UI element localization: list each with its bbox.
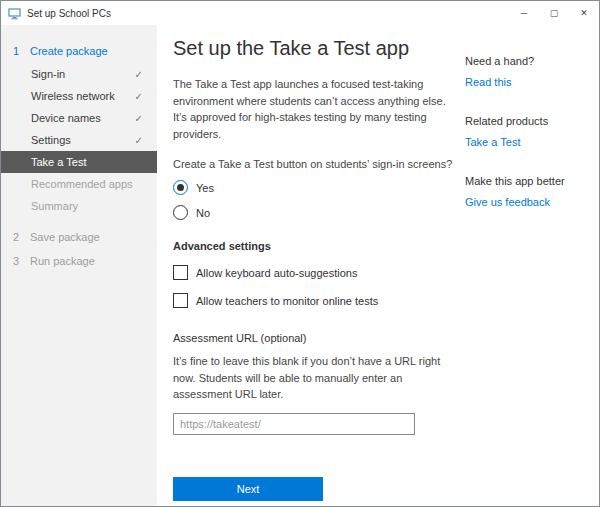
app-description: The Take a Test app launches a focused t… <box>173 76 455 142</box>
step-label: Create package <box>30 45 108 57</box>
sidebar-item-take-a-test[interactable]: Take a Test <box>1 151 157 173</box>
next-button[interactable]: Next <box>173 477 323 501</box>
checkbox-monitor-online-tests[interactable]: Allow teachers to monitor online tests <box>173 293 465 308</box>
step-number: 1 <box>13 45 30 57</box>
signin-question: Create a Take a Test button on students’… <box>173 158 465 170</box>
related-products-group: Related products Take a Test <box>465 115 591 148</box>
main-content: Set up the Take a Test app The Take a Te… <box>157 25 465 506</box>
sidebar-item-device-names[interactable]: Device names ✓ <box>1 107 157 129</box>
feedback-group: Make this app better Give us feedback <box>465 175 591 208</box>
sidebar-item-label: Wireless network <box>31 90 115 102</box>
need-hand-title: Need a hand? <box>465 55 591 67</box>
related-products-title: Related products <box>465 115 591 127</box>
radio-unselected-icon <box>173 205 188 220</box>
need-hand-group: Need a hand? Read this <box>465 55 591 88</box>
sidebar-item-label: Summary <box>31 200 78 212</box>
assessment-url-label: Assessment URL (optional) <box>173 332 465 344</box>
radio-yes[interactable]: Yes <box>173 180 465 195</box>
minimize-button[interactable]: ─ <box>509 1 539 25</box>
window-controls: ─ ▢ ✕ <box>509 1 599 25</box>
help-panel: Need a hand? Read this Related products … <box>465 25 599 506</box>
assessment-url-input[interactable] <box>173 413 415 435</box>
step-label: Run package <box>30 255 95 267</box>
check-icon: ✓ <box>135 69 143 80</box>
window-body: 1 Create package Sign-in ✓ Wireless netw… <box>1 25 599 506</box>
sidebar: 1 Create package Sign-in ✓ Wireless netw… <box>1 25 157 506</box>
sidebar-item-recommended-apps: Recommended apps <box>1 173 157 195</box>
step-label: Save package <box>30 231 100 243</box>
check-icon: ✓ <box>135 113 143 124</box>
page-title: Set up the Take a Test app <box>173 37 465 60</box>
checkbox-label: Allow teachers to monitor online tests <box>196 295 378 307</box>
titlebar: Set up School PCs ─ ▢ ✕ <box>1 1 599 25</box>
sidebar-item-settings[interactable]: Settings ✓ <box>1 129 157 151</box>
assessment-url-help: It’s fine to leave this blank if you don… <box>173 353 455 403</box>
checkbox-icon <box>173 293 188 308</box>
sidebar-item-label: Settings <box>31 134 71 146</box>
advanced-settings-heading: Advanced settings <box>173 240 465 252</box>
take-a-test-link[interactable]: Take a Test <box>465 136 591 148</box>
step-create-package: 1 Create package <box>1 39 157 63</box>
give-feedback-link[interactable]: Give us feedback <box>465 196 591 208</box>
read-this-link[interactable]: Read this <box>465 76 591 88</box>
maximize-button[interactable]: ▢ <box>539 1 569 25</box>
feedback-title: Make this app better <box>465 175 591 187</box>
radio-yes-label: Yes <box>196 182 214 194</box>
sidebar-item-label: Take a Test <box>31 156 86 168</box>
radio-no-label: No <box>196 207 210 219</box>
sidebar-item-sign-in[interactable]: Sign-in ✓ <box>1 63 157 85</box>
step-run-package: 3 Run package <box>1 249 157 273</box>
radio-selected-icon <box>173 180 188 195</box>
window-title: Set up School PCs <box>27 8 111 19</box>
app-window: Set up School PCs ─ ▢ ✕ 1 Create package… <box>0 0 600 507</box>
checkbox-keyboard-autosuggestions[interactable]: Allow keyboard auto-suggestions <box>173 265 465 280</box>
sidebar-item-summary: Summary <box>1 195 157 217</box>
step-number: 3 <box>13 255 30 267</box>
close-button[interactable]: ✕ <box>569 1 599 25</box>
radio-no[interactable]: No <box>173 205 465 220</box>
sidebar-item-label: Sign-in <box>31 68 65 80</box>
step-save-package: 2 Save package <box>1 225 157 249</box>
check-icon: ✓ <box>135 135 143 146</box>
check-icon: ✓ <box>135 91 143 102</box>
sidebar-item-wireless-network[interactable]: Wireless network ✓ <box>1 85 157 107</box>
checkbox-icon <box>173 265 188 280</box>
step-number: 2 <box>13 231 30 243</box>
sidebar-item-label: Recommended apps <box>31 178 133 190</box>
app-icon <box>8 7 21 20</box>
checkbox-label: Allow keyboard auto-suggestions <box>196 267 357 279</box>
sidebar-spacer <box>1 217 157 225</box>
sidebar-item-label: Device names <box>31 112 101 124</box>
